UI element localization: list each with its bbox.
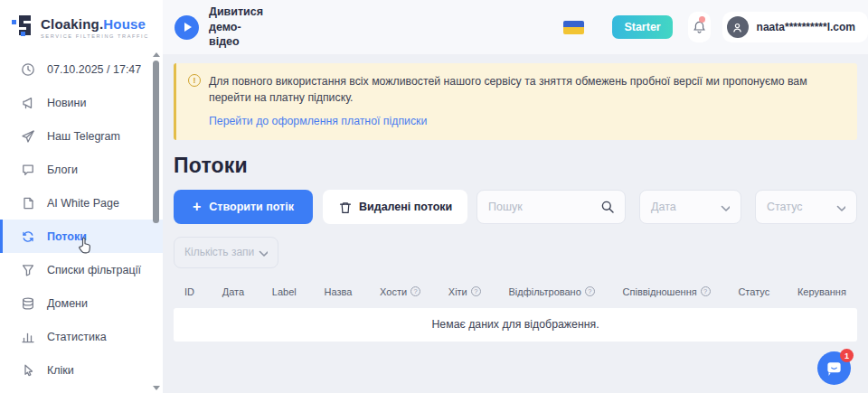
brand-tagline: SERVICE FILTERING TRAFFIC — [41, 33, 149, 39]
column-header-ratio: Співвідношення? — [623, 286, 711, 297]
main-content: ! Для повного використання всіх можливос… — [163, 54, 868, 393]
brand-mark-icon — [12, 14, 33, 40]
notification-dot — [699, 16, 705, 23]
deleted-flows-button[interactable]: Видалені потоки — [323, 190, 467, 224]
person-icon — [731, 22, 743, 33]
date-filter-dropdown[interactable]: Дата — [639, 190, 741, 224]
database-icon — [21, 296, 34, 310]
scrollbar-up-arrow[interactable] — [153, 52, 160, 57]
warning-icon: ! — [188, 74, 201, 87]
bar-chart-icon — [21, 330, 34, 343]
scrollbar-thumb[interactable] — [153, 61, 159, 223]
sidebar-item-blogs[interactable]: Блоги — [0, 153, 163, 186]
sidebar: Cloaking.House SERVICE FILTERING TRAFFIC… — [0, 0, 163, 393]
trial-warning-banner: ! Для повного використання всіх можливос… — [174, 63, 857, 140]
sync-icon — [21, 229, 34, 243]
demo-video-label[interactable]: Дивитися демо-відео — [209, 5, 269, 51]
chat-bubble-icon — [21, 163, 34, 176]
plan-badge-button[interactable]: Starter — [612, 15, 672, 39]
sidebar-item-telegram[interactable]: Наш Telegram — [0, 119, 163, 153]
sidebar-scrollbar[interactable] — [152, 52, 161, 393]
sidebar-item-ai-white-page[interactable]: AI White Page — [0, 186, 163, 220]
ukraine-flag-icon[interactable] — [563, 21, 584, 34]
table-empty-state: Немає даних для відображення. — [174, 308, 857, 342]
search-icon[interactable] — [600, 200, 614, 213]
chevron-down-icon — [257, 247, 268, 257]
cursor-icon — [21, 363, 34, 377]
page-title: Потоки — [174, 154, 857, 178]
column-header-hits: Хіти? — [448, 286, 481, 297]
sidebar-item-domains[interactable]: Домени — [0, 286, 163, 320]
plus-icon: + — [193, 200, 201, 214]
column-header-id: ID — [184, 286, 194, 297]
sidebar-item-clicks[interactable]: Кліки — [0, 353, 163, 387]
column-header-hosts: Хости? — [380, 286, 420, 297]
notifications-button[interactable] — [688, 12, 711, 42]
topbar: Дивитися демо-відео Starter naata*******… — [163, 0, 868, 54]
brand-name: Cloaking.House SERVICE FILTERING TRAFFIC — [41, 16, 149, 39]
megaphone-icon — [21, 96, 34, 109]
clock-icon — [21, 62, 34, 76]
column-header-status: Статус — [738, 286, 769, 297]
records-count-dropdown[interactable]: Кількість запи — [174, 237, 278, 268]
sidebar-item-filter-lists[interactable]: Списки фільтрації — [0, 253, 163, 286]
sidebar-nav: 07.10.2025 / 17:47 Новини Наш Telegram Б… — [0, 52, 163, 387]
column-header-date: Дата — [222, 286, 244, 297]
banner-message: Для повного використання всіх можливосте… — [209, 73, 842, 107]
controls-row: + Створити потік Видалені потоки Дата Ст… — [174, 190, 857, 224]
sidebar-datetime: 07.10.2025 / 17:47 — [0, 52, 163, 86]
search-input[interactable] — [488, 201, 600, 213]
subscription-link[interactable]: Перейти до оформлення платної підписки — [209, 115, 427, 127]
help-icon[interactable]: ? — [410, 286, 420, 296]
page-icon — [21, 196, 34, 210]
trash-icon — [338, 201, 351, 213]
help-icon[interactable]: ? — [701, 286, 711, 296]
search-box — [476, 190, 626, 224]
paper-plane-icon — [21, 129, 34, 143]
chat-badge: 1 — [840, 349, 854, 362]
column-header-label: Label — [272, 286, 297, 297]
sidebar-item-statistics[interactable]: Статистика — [0, 320, 163, 353]
column-header-name: Назва — [324, 286, 352, 297]
help-icon[interactable]: ? — [471, 286, 481, 296]
table-header: ID Дата Label Назва Хости? Хіти? Відфіль… — [174, 286, 857, 297]
chevron-down-icon — [835, 201, 845, 212]
status-filter-dropdown[interactable]: Статус — [755, 190, 857, 224]
scrollbar-down-arrow[interactable] — [153, 386, 160, 390]
user-account-button[interactable]: naata**********l.com — [722, 12, 868, 42]
sidebar-item-flows[interactable]: Потоки — [0, 220, 163, 253]
create-flow-button[interactable]: + Створити потік — [174, 190, 313, 224]
logo[interactable]: Cloaking.House SERVICE FILTERING TRAFFIC — [0, 0, 163, 54]
column-header-actions: Керування — [797, 286, 846, 297]
chat-smile-icon — [826, 360, 843, 377]
sidebar-item-news[interactable]: Новини — [0, 86, 163, 119]
column-header-filtered: Відфільтровано? — [509, 286, 595, 297]
demo-video-play-button[interactable] — [175, 15, 199, 40]
play-icon — [184, 23, 192, 32]
funnel-icon — [21, 263, 34, 276]
chevron-down-icon — [719, 201, 730, 212]
support-chat-button[interactable]: 1 — [817, 351, 851, 385]
help-icon[interactable]: ? — [585, 286, 595, 296]
avatar — [727, 16, 749, 38]
user-email: naata**********l.com — [757, 21, 855, 33]
